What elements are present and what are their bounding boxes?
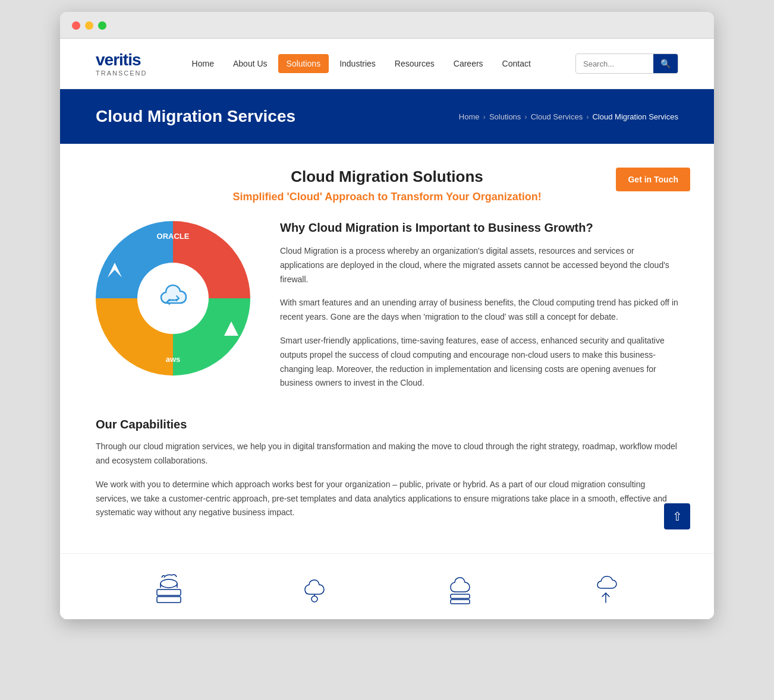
capabilities-heading: Our Capabilities (96, 418, 678, 431)
search-input[interactable] (576, 55, 653, 72)
scroll-top-button[interactable]: ⇧ (664, 503, 690, 529)
database-cloud-icon (151, 572, 187, 607)
section-heading: Cloud Migration Solutions (96, 168, 678, 186)
svg-rect-2 (157, 589, 181, 595)
breadcrumb-sep-1: › (483, 112, 486, 121)
hero-banner: Cloud Migration Services Home › Solution… (60, 89, 714, 144)
main-nav: Home About Us Solutions Industries Resou… (184, 54, 539, 73)
svg-point-4 (161, 579, 177, 588)
svg-rect-7 (451, 600, 470, 604)
why-heading: Why Cloud Migration is Important to Busi… (280, 221, 678, 235)
search-area: 🔍 (575, 53, 678, 74)
nav-contact[interactable]: Contact (494, 54, 539, 73)
browser-chrome (60, 12, 714, 39)
page-title: Cloud Migration Services (96, 107, 295, 126)
get-in-touch-button[interactable]: Get in Touch (616, 168, 690, 191)
main-content: Get in Touch Cloud Migration Solutions S… (60, 144, 714, 553)
browser-dots (72, 21, 702, 30)
section-subheading: Simplified 'Cloud' Approach to Transform… (96, 191, 678, 203)
oracle-label: ORACLE (157, 232, 190, 241)
text-content: Why Cloud Migration is Important to Busi… (280, 221, 678, 400)
body-para-1: Cloud Migration is a process whereby an … (280, 244, 678, 286)
browser-window: veritis transcend Home About Us Solution… (60, 12, 714, 619)
bottom-icon-item-2 (297, 572, 332, 607)
breadcrumb-home[interactable]: Home (459, 112, 480, 121)
bottom-icon-item-4 (588, 572, 624, 607)
close-dot[interactable] (72, 21, 80, 30)
logo-area: veritis transcend (96, 51, 147, 77)
search-button[interactable]: 🔍 (653, 54, 678, 73)
nav-home[interactable]: Home (184, 54, 222, 73)
cloud-icon-center (137, 263, 209, 334)
breadcrumb-sep-3: › (586, 112, 589, 121)
bottom-icons-bar (60, 553, 714, 619)
breadcrumb: Home › Solutions › Cloud Services › Clou… (459, 112, 678, 121)
capabilities-para-2: We work with you to determine which appr… (96, 478, 678, 520)
svg-rect-3 (157, 597, 181, 603)
svg-point-5 (312, 596, 317, 602)
breadcrumb-current: Cloud Migration Services (592, 112, 678, 121)
nav-about[interactable]: About Us (225, 54, 276, 73)
data-cloud-icon (442, 572, 478, 607)
nav-industries[interactable]: Industries (331, 54, 384, 73)
bottom-icon-item-1 (151, 572, 187, 607)
capabilities-para-1: Through our cloud migration services, we… (96, 440, 678, 468)
cloud-gear-icon (297, 572, 332, 607)
logo-tagline: transcend (96, 70, 147, 77)
nav-careers[interactable]: Careers (445, 54, 492, 73)
svg-marker-0 (108, 263, 122, 278)
body-para-2: With smart features and an unending arra… (280, 296, 678, 324)
breadcrumb-solutions[interactable]: Solutions (489, 112, 521, 121)
cloud-graphic: ORACLE aws (96, 221, 250, 376)
aws-label: aws (166, 355, 181, 364)
breadcrumb-sep-2: › (524, 112, 527, 121)
cloud-upload-icon (588, 572, 624, 607)
website: veritis transcend Home About Us Solution… (60, 39, 714, 619)
breadcrumb-cloud-services[interactable]: Cloud Services (531, 112, 583, 121)
nav-resources[interactable]: Resources (386, 54, 443, 73)
header: veritis transcend Home About Us Solution… (60, 39, 714, 89)
aws-icon (223, 320, 240, 340)
body-para-3: Smart user-friendly applications, time-s… (280, 334, 678, 390)
cloud-image-area: ORACLE aws (96, 221, 262, 400)
nav-solutions[interactable]: Solutions (278, 54, 329, 73)
minimize-dot[interactable] (85, 21, 93, 30)
svg-marker-1 (224, 321, 238, 336)
svg-rect-6 (451, 594, 470, 598)
content-with-image: ORACLE aws (96, 221, 678, 400)
azure-icon (108, 263, 125, 284)
bottom-icon-item-3 (442, 572, 478, 607)
logo-name: veritis (96, 51, 141, 70)
capabilities-section: Our Capabilities Through our cloud migra… (96, 418, 678, 520)
maximize-dot[interactable] (98, 21, 106, 30)
